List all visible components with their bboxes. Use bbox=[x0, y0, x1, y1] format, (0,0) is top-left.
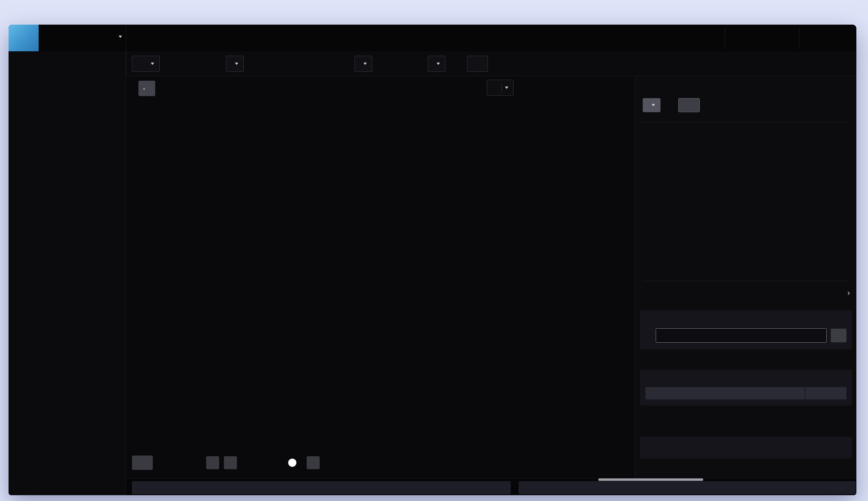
zoom-in-button[interactable] bbox=[307, 456, 319, 469]
latency-chart bbox=[643, 216, 849, 267]
log-search-icon bbox=[524, 484, 531, 491]
p90-column-header[interactable] bbox=[805, 387, 846, 399]
workflow-filter[interactable] bbox=[355, 56, 372, 72]
topbar-divider bbox=[126, 25, 126, 51]
tag-spotlight-icon bbox=[645, 444, 653, 451]
endpoint-table bbox=[645, 387, 846, 399]
top-nav-bar bbox=[9, 25, 856, 51]
traffic-light-close[interactable] bbox=[6, 10, 12, 16]
requests-errors-chart bbox=[643, 140, 849, 191]
caret-down-icon bbox=[151, 63, 154, 65]
go-button[interactable] bbox=[831, 329, 846, 342]
time-range-picker[interactable] bbox=[132, 56, 160, 72]
endpoint-column-header[interactable] bbox=[645, 387, 805, 399]
tag-spotlight-card bbox=[640, 437, 852, 459]
collapse-sidebar-button[interactable] bbox=[15, 480, 26, 490]
traces-card bbox=[640, 310, 852, 350]
traffic-light-maximize[interactable] bbox=[28, 10, 33, 16]
back-to-overview-button[interactable]: ‹ bbox=[139, 81, 155, 96]
view-service-button[interactable] bbox=[678, 98, 700, 112]
dependencies-mini-diagram bbox=[707, 286, 843, 301]
bottom-related-content bbox=[126, 478, 856, 495]
caret-down-icon bbox=[235, 63, 238, 65]
topbar-divider bbox=[725, 28, 725, 49]
caret-down-icon bbox=[364, 63, 367, 65]
trace-id-input[interactable] bbox=[656, 328, 827, 343]
external-link-icon bbox=[684, 102, 691, 108]
breakdown-dropdown[interactable] bbox=[643, 98, 661, 112]
services-filter[interactable] bbox=[428, 56, 445, 72]
sidebar-nav bbox=[9, 51, 126, 495]
divider bbox=[501, 83, 502, 93]
expand-icon[interactable] bbox=[840, 316, 846, 322]
infrastructure-drawer[interactable] bbox=[132, 481, 511, 494]
info-icon bbox=[137, 459, 143, 466]
bookmark-icon[interactable] bbox=[845, 33, 854, 42]
show-legend-button[interactable] bbox=[132, 456, 153, 470]
infrastructure-icon bbox=[138, 484, 144, 491]
filter-bar bbox=[126, 51, 856, 76]
logs-drawer[interactable] bbox=[519, 481, 856, 494]
zoom-slider-knob[interactable] bbox=[288, 459, 296, 467]
environment-filter[interactable] bbox=[226, 56, 244, 72]
traces-icon bbox=[645, 316, 653, 323]
caret-down-icon bbox=[505, 86, 508, 89]
caret-down-icon bbox=[652, 104, 655, 106]
share-network-icon bbox=[642, 290, 647, 297]
topbar-divider bbox=[799, 28, 799, 49]
zoom-slider[interactable] bbox=[242, 461, 294, 465]
caret-down-icon bbox=[436, 63, 440, 65]
expand-icon[interactable] bbox=[840, 444, 846, 450]
chevron-right-icon[interactable]: › bbox=[847, 289, 850, 298]
close-icon[interactable] bbox=[840, 86, 848, 93]
traffic-light-minimize[interactable] bbox=[17, 10, 23, 16]
app-window: ‹ bbox=[9, 25, 856, 495]
trial-countdown bbox=[728, 25, 798, 51]
sliders-icon bbox=[491, 84, 498, 92]
zoom-out-button[interactable] bbox=[224, 456, 237, 469]
dependencies-row[interactable]: › bbox=[642, 286, 850, 301]
horizontal-scrollbar[interactable] bbox=[598, 478, 703, 481]
filter-plus-icon bbox=[473, 61, 479, 67]
endpoint-icon bbox=[645, 375, 653, 382]
fit-to-screen-button[interactable] bbox=[206, 456, 219, 469]
create-plus-icon[interactable] bbox=[827, 33, 836, 42]
map-display-options-button[interactable] bbox=[487, 80, 513, 96]
search-icon[interactable] bbox=[809, 33, 818, 42]
chevron-left-icon: ‹ bbox=[143, 85, 145, 91]
service-detail-panel: › bbox=[635, 76, 856, 478]
org-caret-icon bbox=[119, 35, 122, 38]
endpoint-performance-card bbox=[640, 370, 852, 406]
add-filters-button[interactable] bbox=[467, 56, 488, 72]
splunk-logo[interactable] bbox=[9, 25, 39, 51]
clock-icon bbox=[138, 61, 144, 67]
expand-icon[interactable] bbox=[840, 376, 846, 382]
